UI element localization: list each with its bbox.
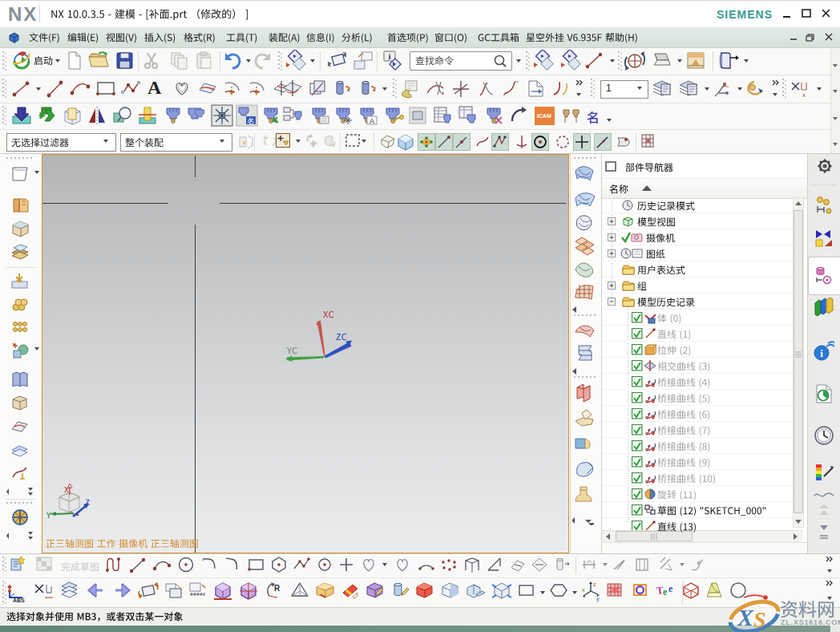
- svg-text:y: y: [596, 596, 600, 602]
- svg-text:i: i: [820, 347, 823, 359]
- svg-text:S: S: [753, 607, 766, 632]
- svg-text:ICAM: ICAM: [537, 113, 551, 119]
- svg-text:x: x: [582, 587, 585, 593]
- svg-text:A: A: [370, 117, 374, 125]
- svg-text:x: x: [802, 91, 806, 99]
- svg-text:z: z: [593, 581, 596, 587]
- svg-text:ABS: ABS: [13, 598, 25, 603]
- svg-text:i: i: [388, 51, 390, 61]
- svg-text:名: 名: [248, 117, 255, 125]
- svg-text:X: X: [737, 604, 754, 630]
- svg-text:R: R: [274, 584, 281, 593]
- svg-text:e: e: [663, 586, 668, 598]
- svg-text:e: e: [668, 583, 673, 594]
